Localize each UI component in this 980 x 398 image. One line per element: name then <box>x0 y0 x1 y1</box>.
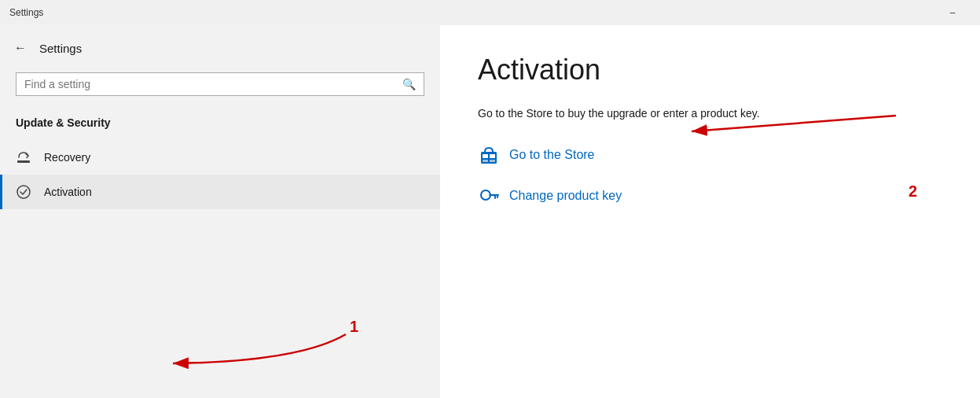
sidebar-header: ← Settings <box>0 33 440 69</box>
title-bar: Settings – <box>0 0 980 25</box>
right-panel: Activation Go to the Store to buy the up… <box>440 25 980 398</box>
change-product-key-label[interactable]: Change product key <box>509 189 622 203</box>
change-product-key-link[interactable]: Change product key <box>478 185 942 207</box>
main-content: ← Settings 🔍 Update & Security Recovery <box>0 25 980 398</box>
sidebar: ← Settings 🔍 Update & Security Recovery <box>0 25 440 398</box>
go-to-store-label[interactable]: Go to the Store <box>509 148 595 162</box>
search-icon: 🔍 <box>402 78 416 90</box>
sidebar-item-activation[interactable]: Activation <box>0 175 440 209</box>
go-to-store-link[interactable]: Go to the Store <box>478 144 942 166</box>
svg-rect-0 <box>17 160 30 163</box>
svg-rect-6 <box>490 160 495 162</box>
key-icon <box>478 185 500 207</box>
sidebar-item-activation-label: Activation <box>44 186 92 198</box>
svg-rect-5 <box>483 160 488 162</box>
sidebar-title: Settings <box>39 42 82 55</box>
svg-rect-4 <box>490 154 495 158</box>
svg-rect-3 <box>483 154 488 158</box>
title-bar-title: Settings <box>9 7 43 18</box>
svg-point-1 <box>17 186 30 198</box>
minimize-button[interactable]: – <box>934 0 971 25</box>
description-text: Go to the Store to buy the upgrade or en… <box>478 105 942 122</box>
sidebar-item-recovery-label: Recovery <box>44 151 90 164</box>
back-button[interactable]: ← <box>13 39 28 57</box>
page-title: Activation <box>478 53 942 87</box>
search-input[interactable] <box>24 78 396 90</box>
title-bar-left: Settings <box>9 7 43 18</box>
store-icon <box>478 144 500 166</box>
recovery-icon <box>16 149 31 165</box>
title-bar-controls: – <box>934 0 971 25</box>
activation-icon <box>16 184 31 200</box>
search-box[interactable]: 🔍 <box>16 72 424 96</box>
sidebar-item-recovery[interactable]: Recovery <box>0 140 440 175</box>
section-label: Update & Security <box>0 112 440 140</box>
